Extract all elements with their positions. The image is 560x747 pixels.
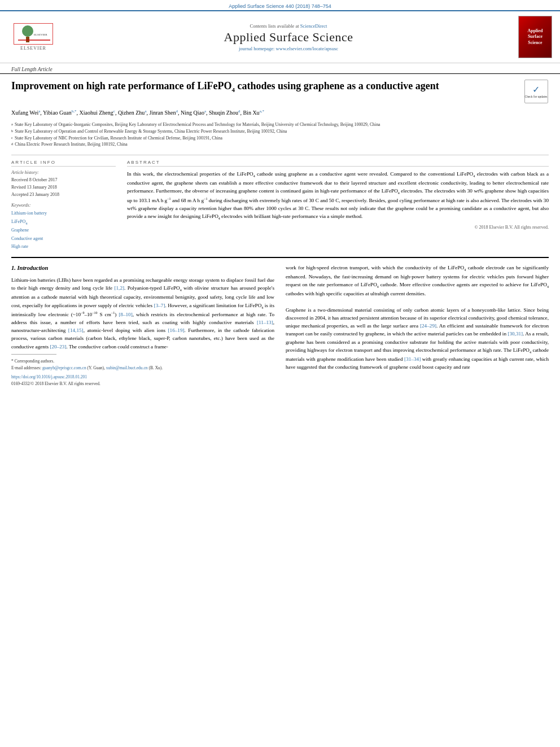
article-info-panel: ARTICLE INFO Article history: Received 8…: [11, 160, 116, 251]
affiliation-c: cState Key Laboratory of NBC Protection …: [11, 135, 549, 142]
keywords-label: Keywords:: [11, 203, 116, 208]
accepted-date: Accepted 23 January 2018: [11, 192, 59, 197]
footnote-corresponding: * Corresponding authors.: [11, 358, 274, 365]
journal-ref-label: Applied Surface Science 440 (2018) 748–7…: [229, 3, 331, 9]
sciencedirect-link[interactable]: ScienceDirect: [300, 23, 327, 29]
check-update-box: ✓ Check for updates: [524, 80, 548, 103]
svg-text:ELSEVIER: ELSEVIER: [34, 33, 47, 36]
copyright-notice: © 2018 Elsevier B.V. All rights reserved…: [127, 225, 549, 230]
homepage-url[interactable]: www.elsevier.com/locate/apsusc: [276, 46, 338, 51]
intro-right-para1: work for high-speed electron transport, …: [286, 264, 549, 298]
ref-20-23[interactable]: [20–23]: [50, 344, 66, 350]
ref-31-34[interactable]: [31–34]: [404, 356, 421, 362]
check-update-label: Check for updates: [525, 95, 548, 99]
article-type-label: Full Length Article: [0, 63, 560, 74]
keyword-1[interactable]: Lithium-ion battery: [11, 209, 116, 217]
article-info-abstract: ARTICLE INFO Article history: Received 8…: [0, 160, 560, 251]
journal-cover: AppliedSurfaceScience: [518, 16, 552, 58]
elsevier-text-label: ELSEVIER: [20, 46, 46, 51]
keyword-5[interactable]: High rate: [11, 243, 116, 251]
intro-section-title: 1. Introduction: [11, 264, 274, 273]
contents-line: Contents lists available at ScienceDirec…: [64, 23, 513, 29]
abstract-section: ABSTRACT In this work, the electrochemic…: [127, 160, 549, 251]
abstract-text: In this work, the electrochemical proper…: [127, 170, 549, 221]
body-two-column: 1. Introduction Lithium-ion batteries (L…: [0, 258, 560, 393]
divider-rule: [11, 155, 549, 155]
email-2[interactable]: xubin@mail.buct.edu.cn: [106, 365, 148, 370]
check-update-widget: ✓ Check for updates: [523, 80, 549, 103]
elsevier-logo: ELSEVIER ELSEVIER: [8, 23, 59, 51]
keywords-section: Keywords: Lithium-ion battery LiFePO4 Gr…: [11, 203, 116, 251]
authors-line: Xufang Weia, Yibiao Guanb,*, Xiaohui Zhe…: [0, 109, 560, 116]
ref-16-19[interactable]: [16–19]: [168, 327, 184, 333]
intro-right-para2: Graphene is a two-dimensional material c…: [286, 306, 549, 372]
abstract-header: ABSTRACT: [127, 160, 549, 167]
journal-header: ELSEVIER ELSEVIER Contents lists availab…: [0, 10, 560, 63]
issn-line: 0169-4332/© 2018 Elsevier B.V. All right…: [11, 381, 274, 387]
elsevier-logo-box: ELSEVIER: [14, 23, 53, 45]
ref-24-29[interactable]: [24–29]: [420, 323, 436, 329]
intro-left-para: Lithium-ion batteries (LIBs) have been r…: [11, 276, 274, 351]
ref-3-7[interactable]: [3–7]: [154, 303, 165, 308]
article-title-block: Improvement on high rate performance of …: [11, 80, 518, 103]
article-dates: Received 8 October 2017 Revised 13 Janua…: [11, 177, 116, 198]
keyword-4[interactable]: Conductive agent: [11, 235, 116, 243]
journal-cover-image: AppliedSurfaceScience: [518, 16, 552, 58]
affiliation-d: dChina Electric Power Research Institute…: [11, 141, 549, 148]
right-column: work for high-speed electron transport, …: [286, 264, 549, 387]
revised-date: Revised 13 January 2018: [11, 185, 57, 190]
top-bar: Applied Surface Science 440 (2018) 748–7…: [0, 0, 560, 10]
ref-30-31[interactable]: [30,31]: [508, 331, 523, 337]
ref-14-15[interactable]: [14,15]: [68, 327, 84, 333]
ref-11-13[interactable]: [11–13]: [257, 320, 273, 325]
journal-name: Applied Surface Science: [64, 30, 513, 45]
journal-title-block: Contents lists available at ScienceDirec…: [64, 23, 513, 51]
keyword-2[interactable]: LiFePO4: [11, 218, 116, 227]
article-title: Improvement on high rate performance of …: [11, 80, 518, 94]
left-column: 1. Introduction Lithium-ion batteries (L…: [11, 264, 274, 387]
article-header: Improvement on high rate performance of …: [0, 74, 560, 109]
footnote-rule: [11, 354, 56, 355]
article-history-label: Article history:: [11, 170, 116, 175]
keywords-list: Lithium-ion battery LiFePO4 Graphene Con…: [11, 209, 116, 251]
affiliations-block: aState Key Laboratory of Organic-Inorgan…: [0, 119, 560, 150]
email-1[interactable]: guanyb@eprisgcc.com.cn: [42, 365, 86, 370]
article-info-header: ARTICLE INFO: [11, 160, 116, 167]
affiliation-a: aState Key Laboratory of Organic-Inorgan…: [11, 121, 549, 128]
svg-point-1: [22, 25, 33, 37]
affiliation-b: bState Key Laboratory of Operation and C…: [11, 128, 549, 135]
footnote-emails: E-mail addresses: guanyb@eprisgcc.com.cn…: [11, 365, 274, 372]
keyword-3[interactable]: Graphene: [11, 226, 116, 234]
received-date: Received 8 October 2017: [11, 177, 58, 182]
journal-homepage: journal homepage: www.elsevier.com/locat…: [64, 46, 513, 51]
svg-rect-2: [26, 37, 29, 42]
cover-title-text: AppliedSurfaceScience: [527, 28, 542, 46]
ref-8-10[interactable]: [8–10]: [119, 312, 133, 317]
checkmark-icon: ✓: [532, 84, 540, 95]
ref-1-2[interactable]: [1,2]: [114, 285, 124, 291]
doi-line[interactable]: https://doi.org/10.1016/j.apsusc.2018.01…: [11, 374, 274, 381]
